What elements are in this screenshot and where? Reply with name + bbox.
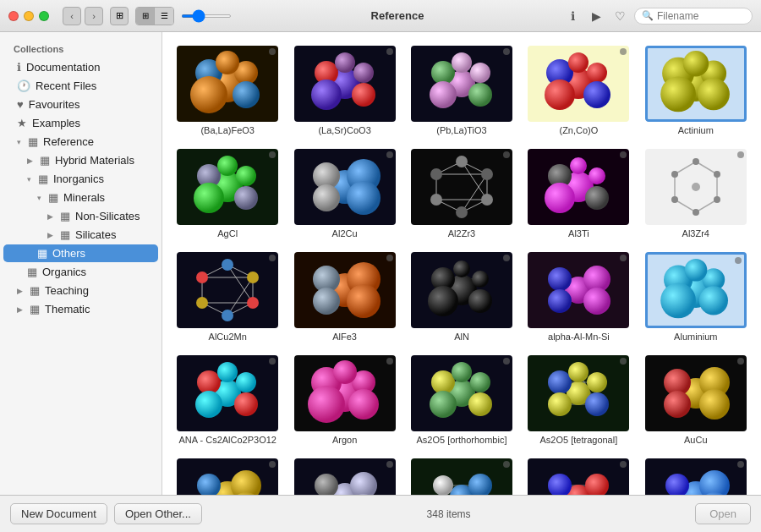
svg-point-122 bbox=[247, 271, 259, 283]
grid-item[interactable]: AuCu bbox=[641, 352, 751, 448]
sidebar-item-documentation[interactable]: ℹDocumentation bbox=[3, 58, 158, 76]
thumbnail-wrapper bbox=[645, 458, 747, 495]
grid-item[interactable] bbox=[523, 455, 633, 495]
thumbnail-wrapper bbox=[177, 149, 278, 225]
grid-item[interactable]: AlFe3 bbox=[289, 249, 399, 345]
sidebar-item-recent-files[interactable]: 🕐Recent Files bbox=[3, 77, 158, 95]
item-count: 348 items bbox=[209, 508, 688, 520]
svg-point-29 bbox=[470, 63, 490, 83]
sidebar-item-hybrid-materials[interactable]: ▶▦Hybrid Materials bbox=[3, 151, 158, 169]
thumbnail-wrapper bbox=[411, 458, 512, 495]
grid-item-label: Aluminium bbox=[674, 332, 717, 342]
svg-point-32 bbox=[452, 52, 472, 73]
svg-point-74 bbox=[347, 181, 380, 215]
grid-item[interactable]: (La,Sr)CoO3 bbox=[289, 42, 399, 139]
sidebar-item-non-silicates[interactable]: ▶▦Non-Silicates bbox=[3, 207, 158, 225]
grid-item-label: Al2Zr3 bbox=[448, 228, 475, 239]
grid-item-label: AlCu2Mn bbox=[209, 332, 247, 342]
grid-item-label: As2O5 [tetragonal] bbox=[540, 435, 618, 445]
maximize-button[interactable] bbox=[39, 11, 49, 21]
grid-item[interactable]: As2O5 [orthorhombic] bbox=[407, 352, 517, 448]
grid-item-label: AlFe3 bbox=[332, 332, 357, 342]
grid-item[interactable]: AlCu2Mn bbox=[172, 249, 282, 345]
grid-item[interactable]: Aluminium bbox=[641, 249, 751, 345]
open-other-button[interactable]: Open Other... bbox=[114, 503, 202, 524]
new-document-button[interactable]: New Document bbox=[10, 503, 107, 524]
info-button[interactable]: ℹ bbox=[563, 7, 582, 25]
grid-item[interactable]: AgCl bbox=[172, 145, 282, 242]
badge-indicator bbox=[503, 358, 510, 365]
grid-item[interactable]: As2O5 [tetragonal] bbox=[523, 352, 633, 448]
heart-button[interactable]: ♡ bbox=[610, 7, 629, 25]
svg-point-20 bbox=[352, 83, 375, 107]
grid-item[interactable]: ANA - Cs2AlCo2P3O12 bbox=[172, 352, 282, 448]
folder-icon: ▦ bbox=[60, 210, 70, 222]
grid-item[interactable]: Al3Zr4 bbox=[641, 145, 751, 242]
sidebar-item-minerals[interactable]: ▾▦Minerals bbox=[3, 189, 158, 206]
grid-item-label: AlN bbox=[454, 332, 469, 342]
list-view-button[interactable]: ☰ bbox=[155, 8, 173, 25]
badge-indicator bbox=[503, 255, 510, 261]
grid-item[interactable] bbox=[641, 455, 751, 495]
badge-indicator bbox=[503, 461, 510, 468]
search-input[interactable] bbox=[657, 10, 745, 22]
grid-item-label: As2O5 [orthorhombic] bbox=[416, 435, 506, 445]
badge-indicator bbox=[386, 461, 393, 468]
sidebar-item-reference[interactable]: ▾▦Reference bbox=[3, 133, 158, 151]
sidebar-item-favourites[interactable]: ♥Favourites bbox=[3, 96, 158, 113]
sidebar-item-thematic[interactable]: ▶▦Thematic bbox=[3, 300, 158, 318]
grid-item[interactable]: (Zn,Co)O bbox=[523, 42, 633, 139]
sidebar-item-organics[interactable]: ▦Organics bbox=[3, 263, 158, 281]
svg-point-85 bbox=[430, 168, 442, 180]
svg-point-145 bbox=[453, 261, 470, 277]
svg-point-28 bbox=[431, 61, 455, 85]
svg-point-195 bbox=[470, 372, 490, 392]
search-box: 🔍 bbox=[634, 8, 753, 25]
forward-button[interactable]: › bbox=[85, 7, 103, 25]
grid-item[interactable] bbox=[407, 455, 517, 495]
svg-point-261 bbox=[699, 470, 730, 495]
grid-view-button[interactable]: ⊞ bbox=[136, 8, 155, 25]
grid-item[interactable]: (Ba,La)FeO3 bbox=[172, 42, 282, 139]
grid-item[interactable] bbox=[289, 455, 399, 495]
play-button[interactable]: ▶ bbox=[587, 7, 605, 25]
grid-item[interactable] bbox=[172, 455, 282, 495]
grid-item[interactable]: AlN bbox=[407, 249, 517, 345]
sidebar-item-inorganics[interactable]: ▾▦Inorganics bbox=[3, 170, 158, 188]
sidebar-section-header: Collections bbox=[0, 39, 162, 58]
sidebar-item-examples[interactable]: ★Examples bbox=[3, 114, 158, 132]
thumbnail-wrapper bbox=[528, 252, 629, 328]
grid-item[interactable]: Actinium bbox=[641, 42, 751, 139]
grid-item[interactable]: (Pb,La)TiO3 bbox=[407, 42, 517, 139]
minimize-button[interactable] bbox=[24, 11, 34, 21]
chevron-icon: ▾ bbox=[37, 194, 41, 202]
badge-indicator bbox=[503, 151, 510, 158]
grid-item[interactable]: alpha-Al-Mn-Si bbox=[523, 249, 633, 345]
grid-item[interactable]: Al2Zr3 bbox=[407, 145, 517, 242]
grid-item[interactable]: Al2Cu bbox=[289, 145, 399, 242]
grid-item-label: (La,Sr)CoO3 bbox=[318, 125, 370, 135]
sidebar-item-teaching[interactable]: ▶▦Teaching bbox=[3, 282, 158, 299]
grid-item-label: Argon bbox=[332, 435, 357, 445]
sidebar-item-others[interactable]: ▦Others bbox=[3, 244, 158, 262]
svg-point-143 bbox=[428, 286, 458, 316]
browser-button[interactable]: ⊞ bbox=[110, 7, 129, 25]
folder-icon: ▦ bbox=[28, 135, 38, 148]
svg-point-260 bbox=[665, 474, 689, 495]
svg-point-153 bbox=[548, 289, 572, 313]
sidebar-item-silicates[interactable]: ▶▦Silicates bbox=[3, 226, 158, 244]
svg-point-209 bbox=[568, 362, 589, 382]
traffic-lights bbox=[8, 11, 49, 21]
close-button[interactable] bbox=[8, 11, 19, 21]
svg-point-242 bbox=[433, 475, 453, 495]
back-button[interactable]: ‹ bbox=[63, 7, 81, 25]
zoom-slider[interactable] bbox=[181, 14, 232, 18]
thumbnail-wrapper bbox=[294, 458, 396, 495]
grid-item[interactable]: Al3Ti bbox=[523, 145, 633, 242]
svg-point-103 bbox=[693, 158, 699, 165]
grid-item[interactable]: Argon bbox=[289, 352, 399, 448]
open-button[interactable]: Open bbox=[695, 503, 751, 524]
svg-point-120 bbox=[196, 271, 208, 283]
thumbnail-wrapper bbox=[294, 46, 396, 122]
svg-point-133 bbox=[313, 288, 340, 315]
